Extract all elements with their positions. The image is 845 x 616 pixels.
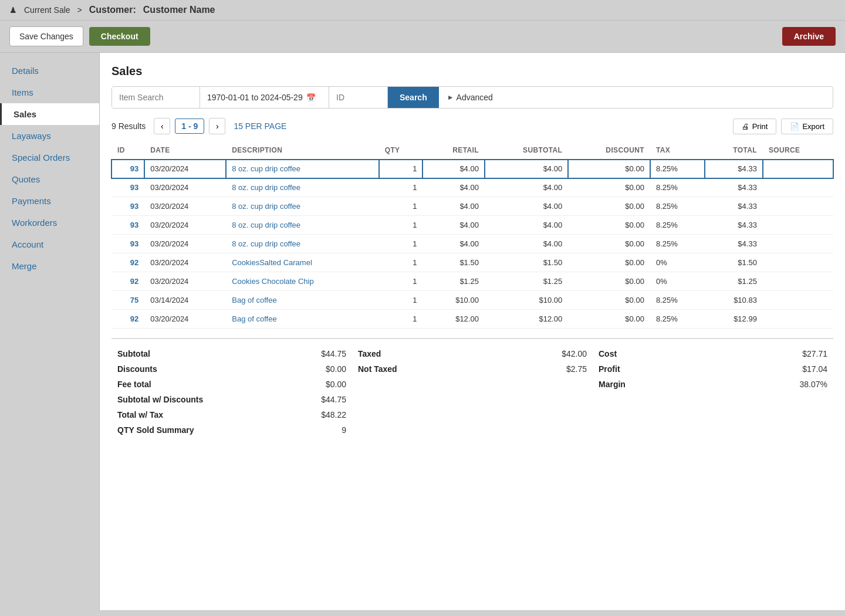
print-button[interactable]: 🖨 Print <box>733 119 777 134</box>
table-row[interactable]: 93 03/20/2024 8 oz. cup drip coffee 1 $4… <box>111 235 833 253</box>
taxed-label: Taxed <box>358 349 381 358</box>
row-id[interactable]: 92 <box>111 310 144 329</box>
advanced-button[interactable]: ► Advanced <box>439 87 501 108</box>
col-discount: DISCOUNT <box>568 141 650 160</box>
row-id[interactable]: 93 <box>111 197 144 216</box>
table-row[interactable]: 92 03/20/2024 Bag of coffee 1 $12.00 $12… <box>111 310 833 329</box>
row-subtotal: $1.25 <box>485 272 568 291</box>
sidebar-item-merge[interactable]: Merge <box>0 255 99 277</box>
row-subtotal: $4.00 <box>485 178 568 197</box>
row-id[interactable]: 75 <box>111 291 144 310</box>
row-total: $1.25 <box>705 272 763 291</box>
summary-subtotal-disc-row: Subtotal w/ Discounts $44.75 <box>117 392 346 407</box>
row-qty: 1 <box>379 160 423 178</box>
row-description[interactable]: 8 oz. cup drip coffee <box>226 197 378 216</box>
chevron-right-icon: ► <box>447 93 454 101</box>
action-bar: Save Changes Checkout Archive <box>0 21 845 53</box>
row-id[interactable]: 92 <box>111 272 144 291</box>
id-search-input[interactable] <box>329 87 388 108</box>
item-search-input[interactable] <box>112 87 200 108</box>
row-tax: 8.25% <box>650 160 705 178</box>
search-button[interactable]: Search <box>388 87 439 108</box>
row-retail: $1.25 <box>422 272 485 291</box>
per-page-selector[interactable]: 15 PER PAGE <box>234 121 286 131</box>
sidebar-item-items[interactable]: Items <box>0 82 99 103</box>
advanced-label: Advanced <box>457 93 493 102</box>
summary-qty-row: QTY Sold Summary 9 <box>117 422 346 438</box>
pagination-prev[interactable]: ‹ <box>154 118 170 134</box>
checkout-button[interactable]: Checkout <box>89 27 150 46</box>
row-id[interactable]: 93 <box>111 160 144 178</box>
not-taxed-label: Not Taxed <box>358 364 397 374</box>
summary-margin-row: Margin 38.07% <box>599 377 827 392</box>
col-id: ID <box>111 141 144 160</box>
summary-discounts-row: Discounts $0.00 <box>117 361 346 377</box>
row-description[interactable]: Bag of coffee <box>226 310 378 329</box>
fee-total-label: Fee total <box>117 380 151 389</box>
row-retail: $12.00 <box>422 310 485 329</box>
export-button[interactable]: 📄 Export <box>781 119 833 134</box>
sidebar-item-layaways[interactable]: Layaways <box>0 125 99 147</box>
row-retail: $4.00 <box>422 178 485 197</box>
table-row[interactable]: 75 03/14/2024 Bag of coffee 1 $10.00 $10… <box>111 291 833 310</box>
row-id[interactable]: 93 <box>111 178 144 197</box>
col-source: SOURCE <box>763 141 833 160</box>
profit-label: Profit <box>599 364 620 374</box>
col-total: TOTAL <box>705 141 763 160</box>
sidebar-item-sales[interactable]: Sales <box>0 103 99 125</box>
row-description[interactable]: 8 oz. cup drip coffee <box>226 235 378 253</box>
margin-value: 38.07% <box>800 380 827 389</box>
taxed-value: $42.00 <box>562 349 587 358</box>
row-source <box>763 291 833 310</box>
row-total: $4.33 <box>705 216 763 235</box>
table-row[interactable]: 93 03/20/2024 8 oz. cup drip coffee 1 $4… <box>111 197 833 216</box>
row-description[interactable]: 8 oz. cup drip coffee <box>226 216 378 235</box>
row-discount: $0.00 <box>568 272 650 291</box>
row-qty: 1 <box>379 216 423 235</box>
row-id[interactable]: 93 <box>111 216 144 235</box>
row-source <box>763 272 833 291</box>
date-range-display[interactable]: 1970-01-01 to 2024-05-29 📅 <box>200 87 329 108</box>
row-id[interactable]: 92 <box>111 253 144 272</box>
qty-sold-value: 9 <box>342 425 346 435</box>
save-changes-button[interactable]: Save Changes <box>9 26 83 46</box>
sidebar-item-payments[interactable]: Payments <box>0 190 99 212</box>
sidebar-item-quotes[interactable]: Quotes <box>0 168 99 190</box>
row-retail: $4.00 <box>422 235 485 253</box>
sidebar-item-account[interactable]: Account <box>0 233 99 255</box>
row-qty: 1 <box>379 310 423 329</box>
sidebar-item-details[interactable]: Details <box>0 60 99 82</box>
printer-icon: 🖨 <box>742 122 749 131</box>
pagination-next[interactable]: › <box>209 118 225 134</box>
customer-name: Customer Name <box>143 5 215 15</box>
row-date: 03/20/2024 <box>144 216 226 235</box>
row-description[interactable]: Bag of coffee <box>226 291 378 310</box>
row-qty: 1 <box>379 291 423 310</box>
row-id[interactable]: 93 <box>111 235 144 253</box>
row-source <box>763 235 833 253</box>
sidebar-item-special-orders[interactable]: Special Orders <box>0 147 99 168</box>
row-discount: $0.00 <box>568 291 650 310</box>
row-discount: $0.00 <box>568 253 650 272</box>
row-discount: $0.00 <box>568 310 650 329</box>
row-description[interactable]: 8 oz. cup drip coffee <box>226 178 378 197</box>
sidebar-item-workorders[interactable]: Workorders <box>0 212 99 233</box>
table-row[interactable]: 93 03/20/2024 8 oz. cup drip coffee 1 $4… <box>111 178 833 197</box>
row-total: $10.83 <box>705 291 763 310</box>
table-row[interactable]: 92 03/20/2024 Cookies Chocolate Chip 1 $… <box>111 272 833 291</box>
row-tax: 8.25% <box>650 216 705 235</box>
table-row[interactable]: 93 03/20/2024 8 oz. cup drip coffee 1 $4… <box>111 216 833 235</box>
table-row[interactable]: 92 03/20/2024 CookiesSalted Caramel 1 $1… <box>111 253 833 272</box>
row-description[interactable]: CookiesSalted Caramel <box>226 253 378 272</box>
row-source <box>763 253 833 272</box>
row-description[interactable]: 8 oz. cup drip coffee <box>226 160 378 178</box>
archive-button[interactable]: Archive <box>782 27 836 46</box>
row-description[interactable]: Cookies Chocolate Chip <box>226 272 378 291</box>
col-date: DATE <box>144 141 226 160</box>
row-subtotal: $4.00 <box>485 216 568 235</box>
summary-total-tax-row: Total w/ Tax $48.22 <box>117 407 346 422</box>
main-content: Sales 1970-01-01 to 2024-05-29 📅 Search … <box>100 53 845 610</box>
current-sale-label: Current Sale <box>24 5 70 15</box>
calendar-icon: 📅 <box>306 93 316 102</box>
table-row[interactable]: 93 03/20/2024 8 oz. cup drip coffee 1 $4… <box>111 160 833 178</box>
